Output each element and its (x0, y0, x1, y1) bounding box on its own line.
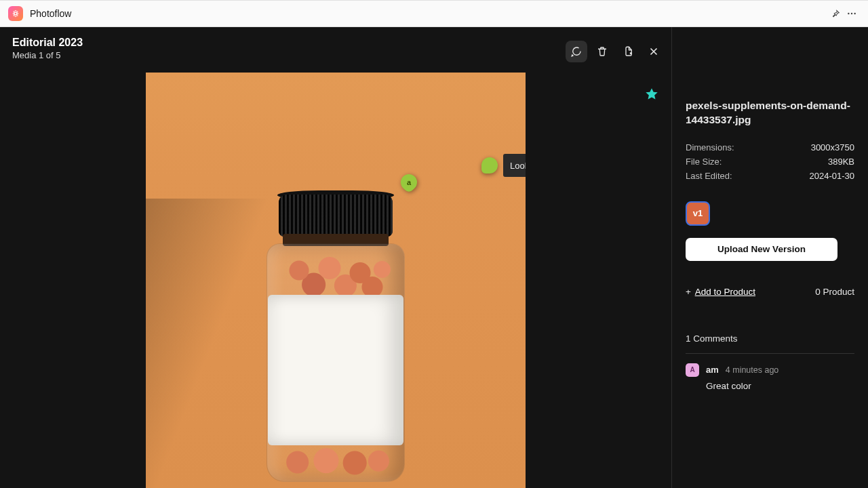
comment-popover (481, 154, 526, 177)
comment-text: Great color (706, 381, 854, 391)
comments-header: 1 Comments (686, 333, 854, 354)
meta-lastedited: Last Edited: 2024-01-30 (686, 171, 854, 181)
comment-item: A am 4 minutes ago Great color (686, 363, 854, 391)
svg-point-0 (14, 12, 17, 15)
product-row: + Add to Product 0 Product (686, 287, 854, 297)
avatar: A (686, 363, 699, 377)
version-chip[interactable]: v1 (686, 201, 710, 226)
meta-label: Dimensions: (686, 142, 734, 152)
app-logo (8, 6, 23, 21)
meta-value: 3000x3750 (811, 142, 854, 152)
comment-input[interactable] (510, 161, 526, 171)
comment-mode-button[interactable] (566, 41, 587, 62)
image-toolbar (566, 41, 665, 62)
meta-dimensions: Dimensions: 3000x3750 (686, 142, 854, 152)
image-canvas[interactable]: a (146, 73, 526, 488)
image-header: Editorial 2023 Media 1 of 5 (12, 37, 83, 60)
title-bar: Photoflow (0, 0, 868, 27)
image-area: Editorial 2023 Media 1 of 5 (0, 27, 671, 488)
close-button[interactable] (643, 41, 665, 62)
product-illustration (260, 195, 412, 479)
upload-new-version-button[interactable]: Upload New Version (686, 238, 837, 261)
app-name: Photoflow (30, 8, 71, 19)
meta-label: Last Edited: (686, 171, 732, 181)
delete-button[interactable] (591, 41, 613, 62)
collection-title: Editorial 2023 (12, 37, 83, 49)
pin-icon[interactable] (827, 5, 844, 22)
comment-author: am (706, 365, 719, 375)
annotation-pin-label: a (407, 178, 411, 186)
add-to-product-link[interactable]: + Add to Product (686, 287, 755, 297)
workspace: Editorial 2023 Media 1 of 5 (0, 27, 868, 488)
svg-point-3 (854, 13, 855, 14)
canvas-wrap: a (0, 73, 671, 488)
comment-bubble-icon[interactable] (481, 157, 498, 174)
annotation-pin[interactable]: a (397, 171, 420, 194)
svg-point-2 (851, 13, 852, 14)
comment-time: 4 minutes ago (726, 365, 779, 375)
meta-filesize: File Size: 389KB (686, 157, 854, 167)
meta-value: 389KB (828, 157, 854, 167)
comment-input-box (503, 154, 526, 177)
file-name: pexels-supplements-on-demand-14433537.jp… (686, 99, 854, 127)
media-counter: Media 1 of 5 (12, 50, 83, 60)
meta-value: 2024-01-30 (810, 171, 855, 181)
favorite-star-icon[interactable] (644, 87, 659, 104)
meta-label: File Size: (686, 157, 722, 167)
more-icon[interactable] (844, 5, 860, 22)
export-button[interactable] (617, 41, 639, 62)
svg-point-1 (848, 13, 849, 14)
details-sidebar: pexels-supplements-on-demand-14433537.jp… (671, 27, 868, 488)
product-count: 0 Product (815, 287, 854, 297)
